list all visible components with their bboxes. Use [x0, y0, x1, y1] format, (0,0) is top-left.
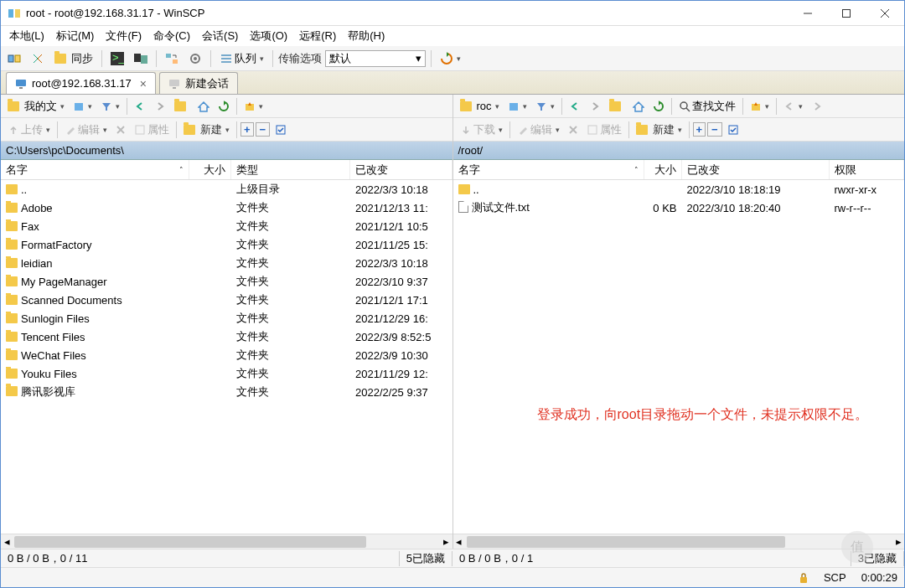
refresh-icon[interactable] [437, 50, 464, 67]
local-headers: 名字˄ 大小 类型 已改变 [1, 160, 452, 180]
local-path[interactable]: C:\Users\pc\Documents\ [1, 142, 452, 160]
menu-mark[interactable]: 标记(M) [51, 27, 100, 45]
svg-marker-37 [659, 101, 661, 106]
remote-col-name[interactable]: 名字˄ [453, 160, 644, 179]
table-row[interactable]: Tencent Files文件夹2022/3/9 8:52:5 [1, 328, 452, 346]
remote-props-button[interactable]: 属性 [583, 121, 625, 139]
table-row[interactable]: ..上级目录2022/3/3 10:18 [1, 180, 452, 199]
remote-drive-select[interactable]: roc [457, 98, 503, 114]
remote-history-icon[interactable] [504, 99, 530, 114]
local-nav-toolbar: 我的文 [1, 95, 452, 118]
remote-refresh-icon[interactable] [649, 99, 668, 114]
remote-bookmark-icon[interactable] [747, 99, 773, 114]
table-row[interactable]: 测试文件.txt0 KB2022/3/10 18:20:40rw-r--r-- [453, 199, 905, 217]
table-row[interactable]: 腾讯影视库文件夹2022/2/25 9:37 [1, 383, 452, 401]
remote-edit-button[interactable]: 编辑 [514, 121, 563, 139]
minimize-button[interactable] [789, 1, 827, 26]
remote-terminal-icon[interactable] [131, 50, 151, 67]
tab-new-session[interactable]: 新建会话 [159, 72, 238, 94]
table-row[interactable]: FormatFactory文件夹2021/11/25 15: [1, 235, 452, 254]
local-new-button[interactable]: 新建 [180, 121, 233, 139]
remote-download-button[interactable]: 下载 [457, 121, 506, 139]
table-row[interactable]: My PageManager文件夹2022/3/10 9:37 [1, 272, 452, 291]
local-minus-icon[interactable]: − [256, 122, 271, 137]
remote-plus-icon[interactable]: + [693, 122, 706, 137]
local-check-icon[interactable] [272, 122, 290, 137]
table-row[interactable]: ..2022/3/10 18:18:19rwxr-xr-x [453, 180, 905, 199]
tab-session-active[interactable]: root@192.168.31.17 × [6, 72, 156, 94]
remote-forward-icon[interactable] [586, 99, 604, 114]
local-edit-button[interactable]: 编辑 [61, 121, 111, 139]
local-col-type[interactable]: 类型 [231, 160, 350, 179]
remote-col-size[interactable]: 大小 [644, 160, 682, 179]
remote-find-button[interactable]: 查找文件 [675, 97, 739, 116]
remote-filter-icon[interactable] [532, 99, 558, 114]
maximize-button[interactable] [827, 1, 866, 26]
svg-rect-18 [221, 61, 231, 63]
annotation-text: 登录成功，向root目录拖动一个文件，未提示权限不足。 [537, 403, 888, 426]
remote-nav-back2-icon[interactable] [780, 99, 806, 114]
table-row[interactable]: leidian文件夹2022/3/3 10:18 [1, 254, 452, 272]
table-row[interactable]: Scanned Documents文件夹2021/12/1 17:1 [1, 291, 452, 309]
svg-rect-16 [221, 54, 231, 56]
table-row[interactable]: WeChat Files文件夹2022/3/9 10:30 [1, 346, 452, 364]
titlebar: root - root@192.168.31.17 - WinSCP [1, 1, 904, 26]
svg-rect-11 [141, 55, 147, 64]
sync-button[interactable]: 同步 [51, 49, 96, 68]
local-drive-select[interactable]: 我的文 [4, 97, 68, 116]
local-plus-icon[interactable]: + [240, 122, 254, 137]
local-up-icon[interactable] [171, 100, 193, 113]
table-row[interactable]: Fax文件夹2021/12/1 10:5 [1, 217, 452, 235]
remote-delete-icon[interactable] [565, 123, 582, 137]
menu-session[interactable]: 会话(S) [197, 27, 243, 45]
local-back-icon[interactable] [131, 99, 149, 114]
menu-command[interactable]: 命令(C) [148, 27, 195, 45]
panel-statusbar: 0 B / 0 B，0 / 11 5已隐藏 0 B / 0 B，0 / 1 3已… [1, 549, 904, 567]
remote-path[interactable]: /root/ [453, 142, 905, 160]
sync-folders-icon[interactable] [28, 50, 48, 67]
local-forward-icon[interactable] [151, 99, 169, 114]
remote-col-perm[interactable]: 权限 [830, 160, 905, 179]
local-rows: ..上级目录2022/3/3 10:18Adobe文件夹2021/12/13 1… [1, 180, 452, 401]
close-button[interactable] [866, 1, 904, 26]
local-history-icon[interactable] [70, 99, 96, 114]
transfer-options-select[interactable]: 默认▾ [325, 50, 426, 67]
remote-scrollbar[interactable]: ◂▸ [453, 534, 905, 549]
remote-col-changed[interactable]: 已改变 [682, 160, 830, 179]
remote-minus-icon[interactable]: − [707, 122, 722, 137]
settings-icon[interactable] [185, 50, 205, 67]
table-row[interactable]: Youku Files文件夹2021/11/29 12: [1, 364, 452, 383]
terminal-icon[interactable]: >_ [107, 50, 127, 67]
local-col-size[interactable]: 大小 [189, 160, 231, 179]
local-delete-icon[interactable] [112, 123, 129, 137]
local-home-icon[interactable] [194, 99, 213, 114]
remote-check-icon[interactable] [724, 122, 742, 137]
tab-close-icon[interactable]: × [140, 77, 147, 90]
menu-remote[interactable]: 远程(R) [294, 27, 341, 45]
local-upload-button[interactable]: 上传 [4, 121, 54, 139]
menu-file[interactable]: 文件(F) [101, 27, 147, 45]
remote-home-icon[interactable] [629, 99, 648, 114]
local-scrollbar[interactable]: ◂▸ [1, 534, 452, 549]
remote-up-icon[interactable] [606, 100, 628, 113]
menu-local[interactable]: 本地(L) [4, 27, 49, 45]
svg-marker-35 [537, 103, 546, 111]
sync-compare-icon[interactable] [4, 50, 24, 67]
menu-help[interactable]: 帮助(H) [343, 27, 390, 45]
local-props-button[interactable]: 属性 [131, 121, 173, 139]
local-col-name[interactable]: 名字˄ [1, 160, 189, 179]
local-col-changed[interactable]: 已改变 [350, 160, 452, 179]
tab-session-label: root@192.168.31.17 [32, 77, 132, 90]
local-bookmark-icon[interactable] [240, 99, 266, 114]
svg-rect-21 [19, 87, 23, 89]
queue-button[interactable]: 队列 [216, 49, 267, 68]
sync-browse-icon[interactable] [162, 50, 182, 67]
table-row[interactable]: Sunlogin Files文件夹2021/12/29 16: [1, 309, 452, 328]
menu-options[interactable]: 选项(O) [245, 27, 292, 45]
remote-new-button[interactable]: 新建 [633, 121, 685, 139]
remote-nav-fwd2-icon[interactable] [808, 99, 826, 114]
local-refresh-icon[interactable] [215, 99, 233, 114]
remote-back-icon[interactable] [566, 99, 584, 114]
local-filter-icon[interactable] [97, 99, 123, 114]
table-row[interactable]: Adobe文件夹2021/12/13 11: [1, 199, 452, 217]
